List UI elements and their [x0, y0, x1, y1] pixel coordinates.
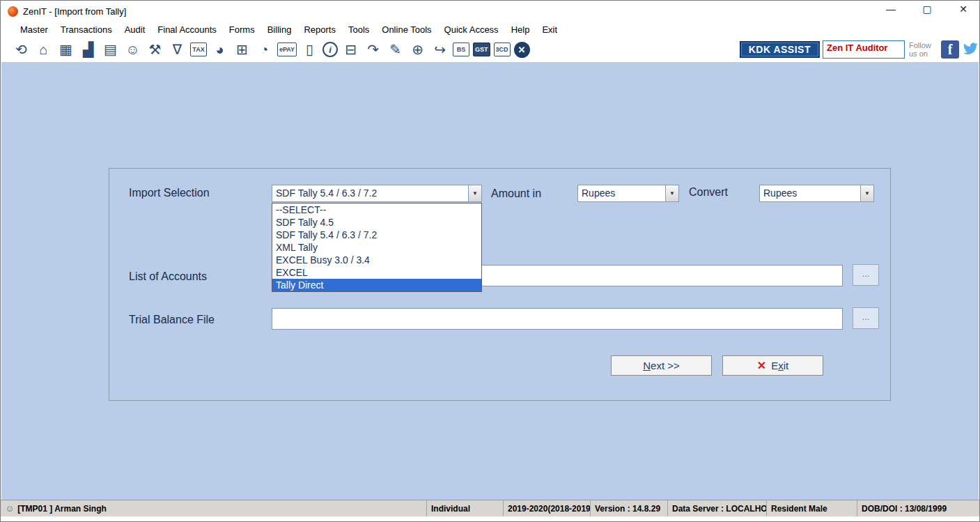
- bs-icon[interactable]: BS: [453, 43, 469, 56]
- status-segment: Data Server : LOCALHOST: [667, 500, 766, 516]
- menu-item-forms[interactable]: Forms: [223, 23, 261, 36]
- logout-icon[interactable]: ↪: [430, 40, 449, 59]
- import-selection-label: Import Selection: [129, 187, 210, 199]
- threecd-icon[interactable]: 3CD: [494, 43, 511, 56]
- calculator-icon[interactable]: ⊞: [233, 40, 251, 59]
- amount-in-label: Amount in: [491, 187, 541, 200]
- status-bar: ☺ [TMP01 ] Arman Singh Individual2019-20…: [1, 500, 979, 516]
- list-of-accounts-browse-button[interactable]: ...: [853, 264, 879, 286]
- menu-item-final-accounts[interactable]: Final Accounts: [151, 23, 223, 36]
- exit-x-icon: ✕: [757, 359, 766, 372]
- title-bar: ZenIT - [Import from Tally] — ▢ ✕: [1, 1, 979, 22]
- trial-balance-file-input[interactable]: [272, 308, 843, 330]
- status-segment: 2019-2020(2018-2019): [503, 500, 590, 516]
- menu-bar: MasterTransactionsAuditFinal AccountsFor…: [1, 22, 979, 37]
- tax-icon[interactable]: TAX: [190, 43, 207, 56]
- close-icon[interactable]: ✕: [514, 42, 530, 58]
- gauge-icon[interactable]: ◔: [255, 40, 274, 59]
- toolbar-right: KDK ASSIST Zen IT Auditor Follow us on f: [740, 37, 979, 62]
- convert-label: Convert: [689, 186, 728, 199]
- computation-icon[interactable]: ⊟: [341, 40, 360, 59]
- dropdown-option[interactable]: Tally Direct: [272, 279, 481, 291]
- menu-item-transactions[interactable]: Transactions: [54, 23, 118, 36]
- backup-icon[interactable]: ⊕: [408, 40, 427, 59]
- amount-in-combobox[interactable]: Rupees ▼: [577, 185, 679, 202]
- exit-button[interactable]: ✕ Exit: [722, 355, 823, 376]
- assessee-selection-icon[interactable]: ⟲: [12, 40, 31, 59]
- status-segments: Individual2019-2020(2018-2019)Version : …: [426, 500, 979, 516]
- import-selection-list: --SELECT--SDF Tally 4.5SDF Tally 5.4 / 6…: [272, 203, 482, 292]
- window-title: ZenIT - [Import from Tally]: [23, 6, 126, 17]
- menu-item-quick-access[interactable]: Quick Access: [438, 23, 505, 36]
- menu-item-online-tools[interactable]: Online Tools: [375, 23, 437, 36]
- bank-icon[interactable]: ▦: [56, 40, 75, 59]
- maximize-button[interactable]: ▢: [921, 3, 933, 15]
- status-segment: DOB/DOI : 13/08/1999: [857, 500, 979, 516]
- import-selection-combobox[interactable]: SDF Tally 5.4 / 6.3 / 7.2 ▼: [272, 185, 482, 202]
- app-window: ZenIT - [Import from Tally] — ▢ ✕ Master…: [0, 0, 980, 522]
- import-panel: Import Selection SDF Tally 5.4 / 6.3 / 7…: [109, 168, 891, 401]
- chevron-down-icon[interactable]: ▼: [860, 185, 873, 201]
- menu-item-master[interactable]: Master: [14, 23, 54, 36]
- workspace: Import Selection SDF Tally 5.4 / 6.3 / 7…: [1, 62, 979, 500]
- trial-balance-file-label: Trial Balance File: [129, 314, 215, 326]
- kdk-assist-button[interactable]: KDK ASSIST: [740, 41, 820, 58]
- dashboard-icon[interactable]: ◕: [210, 40, 229, 59]
- next-button-label: Next >>: [643, 360, 680, 371]
- convert-value: Rupees: [760, 185, 860, 201]
- exit-button-label: Exit: [771, 360, 788, 371]
- window-controls: — ▢ ✕: [885, 3, 970, 15]
- menu-item-tools[interactable]: Tools: [342, 23, 375, 36]
- home-icon[interactable]: ⌂: [34, 40, 53, 59]
- next-button[interactable]: Next >>: [611, 355, 712, 376]
- user-icon: ☺: [5, 503, 14, 514]
- export-report-icon[interactable]: ↷: [364, 40, 382, 59]
- chevron-down-icon[interactable]: ▼: [468, 185, 481, 201]
- dropdown-option[interactable]: SDF Tally 4.5: [272, 216, 481, 229]
- app-logo-icon: [8, 6, 18, 17]
- info-icon[interactable]: i: [322, 42, 338, 57]
- dropdown-option[interactable]: --SELECT--: [272, 204, 481, 216]
- toolbar: ⟲⌂▦▟▤☺⚒∇TAX◕⊞◔ePAY▯i⊟↷✎⊕↪BSGST3CD✕ KDK A…: [1, 37, 979, 62]
- dropdown-option[interactable]: SDF Tally 5.4 / 6.3 / 7.2: [272, 229, 481, 241]
- menu-item-reports[interactable]: Reports: [297, 23, 342, 36]
- close-button[interactable]: ✕: [957, 3, 970, 15]
- bar-chart-icon[interactable]: ▟: [79, 40, 98, 59]
- document-icon[interactable]: ▯: [300, 40, 319, 59]
- tools-icon[interactable]: ⚒: [146, 40, 164, 59]
- dropdown-option[interactable]: EXCEL Busy 3.0 / 3.4: [272, 254, 481, 266]
- minimize-button[interactable]: —: [885, 3, 897, 15]
- zen-it-auditor-badge: Zen IT Auditor: [823, 40, 905, 59]
- dropdown-option[interactable]: EXCEL: [272, 266, 481, 279]
- follow-us-label: Follow us on: [909, 41, 938, 58]
- menu-item-help[interactable]: Help: [505, 23, 536, 36]
- toolbar-icons: ⟲⌂▦▟▤☺⚒∇TAX◕⊞◔ePAY▯i⊟↷✎⊕↪BSGST3CD✕: [12, 40, 530, 59]
- epay-icon[interactable]: ePAY: [277, 43, 297, 56]
- filter-icon[interactable]: ∇: [168, 40, 187, 59]
- menu-item-audit[interactable]: Audit: [118, 23, 152, 36]
- status-segment: Resident Male: [766, 500, 857, 516]
- twitter-icon[interactable]: [961, 40, 979, 59]
- import-selection-value: SDF Tally 5.4 / 6.3 / 7.2: [272, 185, 468, 201]
- due-date-calendar-icon[interactable]: ✎: [386, 40, 405, 59]
- status-segment: Individual: [426, 500, 503, 516]
- gst-icon[interactable]: GST: [473, 43, 490, 56]
- menu-item-billing[interactable]: Billing: [261, 23, 298, 36]
- convert-combobox[interactable]: Rupees ▼: [759, 185, 874, 202]
- status-user: ☺ [TMP01 ] Arman Singh: [1, 500, 426, 516]
- amount-in-value: Rupees: [578, 185, 665, 201]
- dropdown-option[interactable]: XML Tally: [272, 241, 481, 254]
- clients-icon[interactable]: ☺: [123, 40, 142, 59]
- chevron-down-icon[interactable]: ▼: [665, 185, 678, 201]
- list-of-accounts-label: List of Accounts: [129, 270, 207, 283]
- calendar-icon[interactable]: ▤: [101, 40, 120, 59]
- facebook-icon[interactable]: f: [941, 40, 959, 59]
- status-user-text: [TMP01 ] Arman Singh: [17, 504, 107, 514]
- status-segment: Version : 14.8.29: [590, 500, 667, 516]
- menu-item-exit[interactable]: Exit: [536, 23, 563, 36]
- trial-balance-browse-button[interactable]: ...: [853, 307, 879, 329]
